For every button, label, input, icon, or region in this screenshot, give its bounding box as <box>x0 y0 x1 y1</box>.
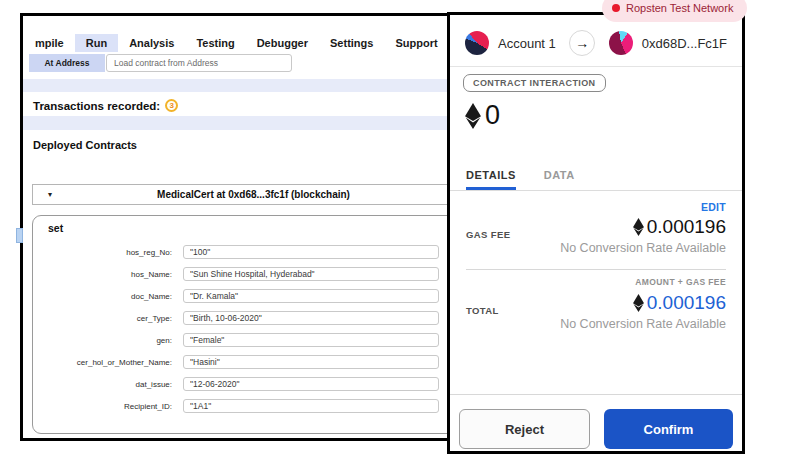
reject-button[interactable]: Reject <box>459 409 590 449</box>
field-input-hos-name[interactable] <box>183 267 439 281</box>
gas-fee-value: 0.000196 <box>560 216 726 238</box>
tab-settings[interactable]: Settings <box>319 34 384 52</box>
tab-support[interactable]: Support <box>384 34 448 52</box>
total-conversion-note: No Conversion Rate Available <box>560 317 726 331</box>
field-label-hos-name: hos_Name: <box>33 270 183 279</box>
deployed-contract-title: MedicalCert at 0xd68...3fc1f (blockchain… <box>52 189 451 200</box>
divider <box>450 66 742 67</box>
network-selector[interactable]: Ropsten Test Network <box>602 0 747 22</box>
form-row: hos_reg_No: <box>33 241 451 263</box>
at-address-button[interactable]: At Address <box>29 54 105 72</box>
deployed-contracts-heading: Deployed Contracts <box>33 139 137 151</box>
field-label-cer-type: cer_Type: <box>33 314 183 323</box>
divider <box>466 269 726 270</box>
amount-value: 0 <box>485 100 500 131</box>
field-label-cer-hol-or-mother-name: cer_hol_or_Mother_Name: <box>33 358 183 367</box>
total-value-block: 0.000196 No Conversion Rate Available <box>560 292 726 331</box>
function-name-label[interactable]: set <box>48 222 63 234</box>
remix-ide-panel: mpile Run Analysis Testing Debugger Sett… <box>20 13 451 441</box>
remix-tab-bar: mpile Run Analysis Testing Debugger Sett… <box>24 34 448 52</box>
to-account-address: 0xd68D...Fc1F <box>642 36 727 51</box>
eth-diamond-icon <box>633 294 644 312</box>
function-args-form: hos_reg_No: hos_Name: doc_Name: cer_Type… <box>33 241 451 417</box>
eth-diamond-icon <box>465 103 481 129</box>
tab-run[interactable]: Run <box>75 34 118 52</box>
divider <box>450 394 742 395</box>
transaction-amount: 0 <box>465 100 500 131</box>
confirm-button[interactable]: Confirm <box>604 409 733 449</box>
amount-plus-gas-fee-label: AMOUNT + GAS FEE <box>635 277 726 287</box>
field-label-hos-reg-no: hos_reg_No: <box>33 248 183 257</box>
section-divider-strip <box>23 79 448 92</box>
form-row: cer_hol_or_Mother_Name: <box>33 351 451 373</box>
metamask-confirmation-panel: Account 1 → 0xd68D...Fc1F CONTRACT INTER… <box>447 12 745 454</box>
field-label-doc-name: doc_Name: <box>33 292 183 301</box>
at-address-row: At Address <box>29 54 292 72</box>
account-transfer-row: Account 1 → 0xd68D...Fc1F <box>450 30 742 56</box>
field-label-recipient-id: Recipient_ID: <box>33 402 183 411</box>
network-status-dot-icon <box>612 4 620 12</box>
field-input-gen[interactable] <box>183 333 439 347</box>
form-row: cer_Type: <box>33 307 451 329</box>
form-row: doc_Name: <box>33 285 451 307</box>
transfer-arrow-icon: → <box>569 30 595 56</box>
section-divider-strip <box>23 116 448 130</box>
field-input-dat-issue[interactable] <box>183 377 439 391</box>
tab-testing[interactable]: Testing <box>185 34 245 52</box>
field-label-gen: gen: <box>33 336 183 345</box>
from-account-avatar[interactable] <box>465 31 489 55</box>
gas-fee-conversion-note: No Conversion Rate Available <box>560 241 726 255</box>
metamask-tab-bar: DETAILS DATA <box>466 169 575 190</box>
field-input-doc-name[interactable] <box>183 289 439 303</box>
transactions-recorded-label: Transactions recorded: <box>33 100 160 112</box>
total-label: TOTAL <box>466 305 499 316</box>
network-name: Ropsten Test Network <box>626 2 733 14</box>
total-value: 0.000196 <box>560 292 726 314</box>
field-input-cer-hol-or-mother-name[interactable] <box>183 355 439 369</box>
field-input-cer-type[interactable] <box>183 311 439 325</box>
field-input-hos-reg-no[interactable] <box>183 245 439 259</box>
tab-debugger[interactable]: Debugger <box>246 34 319 52</box>
divider <box>450 190 742 191</box>
total-amount: 0.000196 <box>647 292 726 314</box>
form-row: gen: <box>33 329 451 351</box>
action-buttons: Reject Confirm <box>459 409 733 449</box>
gas-fee-label: GAS FEE <box>466 229 511 240</box>
transactions-count-badge[interactable]: 3 <box>165 99 178 112</box>
tab-analysis[interactable]: Analysis <box>118 34 185 52</box>
form-row: Recipient_ID: <box>33 395 451 417</box>
transactions-recorded: Transactions recorded: 3 <box>33 99 178 112</box>
load-contract-address-input[interactable] <box>106 54 292 72</box>
field-label-dat-issue: dat_issue: <box>33 380 183 389</box>
screenshot-canvas: mpile Run Analysis Testing Debugger Sett… <box>0 0 800 462</box>
contract-interaction-badge: CONTRACT INTERACTION <box>463 74 606 92</box>
form-row: dat_issue: <box>33 373 451 395</box>
gas-fee-amount: 0.000196 <box>647 216 726 238</box>
tab-data[interactable]: DATA <box>544 169 575 190</box>
to-account-avatar[interactable] <box>609 31 633 55</box>
from-account-name: Account 1 <box>498 36 556 51</box>
edit-gas-link[interactable]: EDIT <box>701 201 726 213</box>
eth-diamond-icon <box>633 218 644 236</box>
field-input-recipient-id[interactable] <box>183 399 439 413</box>
gas-fee-value-block: 0.000196 No Conversion Rate Available <box>560 216 726 255</box>
tab-compile[interactable]: mpile <box>24 34 75 52</box>
chevron-down-icon[interactable]: ▾ <box>33 190 52 199</box>
set-function-panel: set hos_reg_No: hos_Name: doc_Name: cer_… <box>32 215 451 434</box>
tab-details[interactable]: DETAILS <box>466 169 516 190</box>
deployed-contract-header[interactable]: ▾ MedicalCert at 0xd68...3fc1f (blockcha… <box>32 184 451 205</box>
form-row: hos_Name: <box>33 263 451 285</box>
cutoff-ui-notch <box>16 228 23 243</box>
